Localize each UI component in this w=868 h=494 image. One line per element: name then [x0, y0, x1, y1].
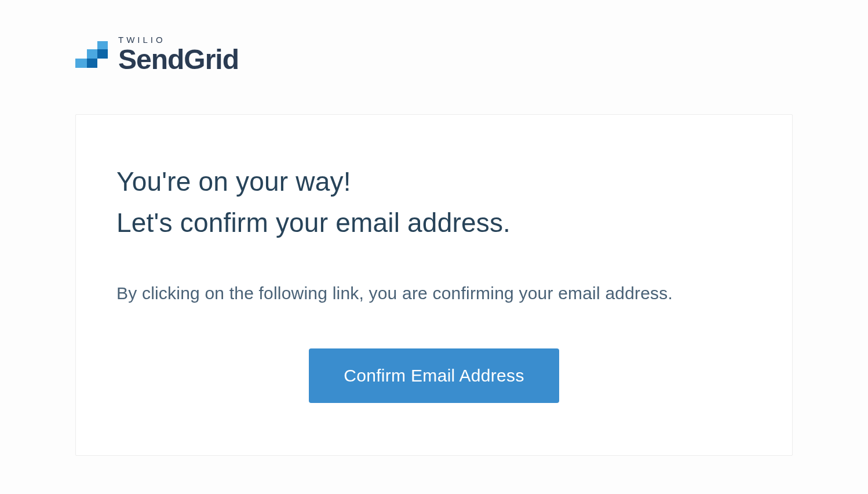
confirmation-card: You're on your way! Let's confirm your e…	[75, 114, 793, 456]
svg-rect-2	[87, 49, 97, 59]
heading-line-1: You're on your way!	[116, 161, 752, 202]
svg-rect-0	[75, 59, 87, 68]
body-text: By clicking on the following link, you a…	[116, 284, 752, 303]
logo: TWILIO SendGrid	[75, 35, 793, 74]
heading-line-2: Let's confirm your email address.	[116, 202, 752, 244]
svg-rect-1	[87, 59, 97, 68]
logo-brand: SendGrid	[118, 46, 239, 74]
sendgrid-logo-icon	[75, 41, 108, 68]
logo-overline: TWILIO	[118, 35, 239, 45]
confirm-email-button[interactable]: Confirm Email Address	[309, 348, 559, 403]
svg-rect-4	[97, 41, 108, 49]
svg-rect-3	[97, 49, 108, 59]
